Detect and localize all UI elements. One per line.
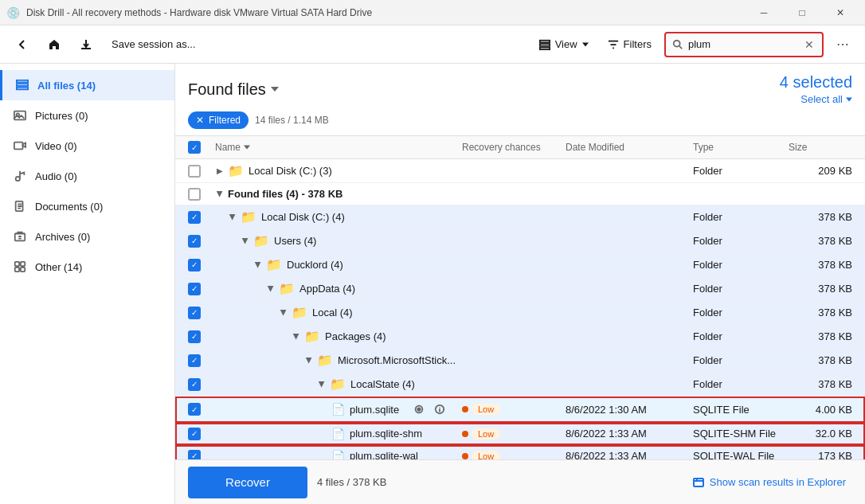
svg-point-10: [16, 177, 20, 181]
audio-icon: [13, 169, 27, 183]
table-row[interactable]: ✓ ▶ 📁 Ducklord (4) Folder 378 KB: [175, 253, 865, 277]
row-checkbox[interactable]: [188, 188, 201, 201]
expand-icon[interactable]: ▶: [254, 262, 263, 268]
row-checkbox[interactable]: ✓: [188, 330, 201, 343]
sidebar-item-video[interactable]: Video (0): [0, 131, 174, 161]
filters-icon: [608, 39, 619, 50]
select-all-row[interactable]: Select all: [800, 93, 852, 105]
row-checkbox-cell: [188, 165, 212, 178]
table-row[interactable]: ✓ ▶ 📁 Microsoft.MicrosoftStick... Folder…: [175, 349, 865, 373]
row-type: Folder: [693, 165, 789, 177]
expand-icon[interactable]: ▶: [216, 191, 225, 197]
expand-icon[interactable]: ▶: [280, 310, 288, 316]
download-button[interactable]: [73, 32, 99, 57]
table-row-plum-sqlite-shm[interactable]: ✓ 📄 plum.sqlite-shm Low 8/6/2022 1:33 AM…: [175, 423, 865, 445]
filters-label: Filters: [624, 38, 652, 50]
row-name: Local Disk (C:) (4): [261, 211, 345, 223]
row-checkbox[interactable]: ✓: [188, 235, 201, 248]
back-button[interactable]: [10, 32, 35, 57]
table-row[interactable]: ▶ 📁 Local Disk (C:) (3) Folder 209 KB: [175, 159, 865, 183]
recovery-badge: Low: [472, 451, 500, 460]
row-checkbox[interactable]: [188, 165, 201, 178]
table-row[interactable]: ✓ ▶ 📁 LocalState (4) Folder 378 KB: [175, 373, 865, 397]
home-icon: [48, 38, 61, 51]
expand-icon[interactable]: ▶: [241, 238, 250, 244]
row-name: plum.sqlite: [350, 404, 399, 416]
row-checkbox[interactable]: ✓: [188, 283, 201, 295]
filter-chip[interactable]: ✕ Filtered: [188, 111, 249, 129]
row-size: 173 KB: [789, 450, 852, 459]
row-checkbox[interactable]: ✓: [188, 307, 201, 319]
more-options-button[interactable]: ⋯: [830, 32, 855, 57]
info-button[interactable]: [431, 400, 448, 418]
row-checkbox[interactable]: ✓: [188, 259, 201, 272]
row-type: Folder: [693, 330, 789, 342]
row-checkbox-cell: ✓: [188, 259, 212, 272]
header-checkbox[interactable]: ✓: [188, 141, 201, 154]
row-checkbox[interactable]: ✓: [188, 354, 201, 367]
sidebar-item-archives[interactable]: Archives (0): [0, 221, 174, 252]
toolbar: Save session as... View Filters ✕ ⋯: [0, 25, 865, 64]
table-row[interactable]: ✓ ▶ 📁 Users (4) Folder 378 KB: [175, 229, 865, 253]
sidebar-item-audio[interactable]: Audio (0): [0, 161, 174, 191]
file-icon: 📄: [331, 428, 345, 440]
expand-icon[interactable]: ▶: [267, 286, 276, 292]
maximize-button[interactable]: □: [784, 0, 820, 25]
close-button[interactable]: ✕: [822, 0, 859, 25]
table-row[interactable]: ✓ ▶ 📁 Local Disk (C:) (4) Folder 378 KB: [175, 205, 865, 229]
select-all-chevron-icon: [846, 96, 852, 103]
row-checkbox[interactable]: ✓: [188, 450, 201, 460]
table-row-plum-sqlite[interactable]: ✓ 📄 plum.sqlite: [175, 397, 865, 423]
row-checkbox[interactable]: ✓: [188, 428, 201, 440]
row-size: 378 KB: [789, 211, 852, 223]
home-button[interactable]: [41, 32, 67, 57]
table-row-plum-sqlite-wal1[interactable]: ✓ 📄 plum.sqlite-wal Low 8/6/2022 1:33 AM…: [175, 445, 865, 459]
table-row[interactable]: ✓ ▶ 📁 Local (4) Folder 378 KB: [175, 301, 865, 325]
expand-icon[interactable]: ▶: [305, 357, 314, 364]
save-session-button[interactable]: Save session as...: [105, 32, 202, 57]
sidebar-item-all-files[interactable]: All files (14): [0, 70, 174, 100]
header-name-label: Name: [215, 142, 241, 153]
row-size: 378 KB: [789, 378, 852, 390]
svg-rect-4: [17, 80, 28, 83]
show-explorer-button[interactable]: Show scan results in Explorer: [686, 471, 852, 494]
preview-button[interactable]: [410, 400, 428, 418]
table-row[interactable]: ▶ Found files (4) - 378 KB: [175, 183, 865, 205]
row-name: plum.sqlite-shm: [350, 428, 422, 440]
expand-icon[interactable]: ▶: [229, 214, 237, 221]
row-type: Folder: [693, 378, 789, 390]
expand-icon[interactable]: ▶: [292, 334, 301, 340]
row-size: 378 KB: [789, 330, 852, 342]
file-icon: 📄: [331, 450, 345, 460]
row-name: Ducklord (4): [287, 259, 343, 271]
svg-rect-20: [694, 479, 703, 486]
expand-icon[interactable]: ▶: [318, 381, 327, 388]
sidebar-item-other[interactable]: Other (14): [0, 252, 174, 282]
found-files-title[interactable]: Found files: [188, 80, 279, 99]
row-checkbox[interactable]: ✓: [188, 378, 201, 391]
expand-icon[interactable]: ▶: [217, 166, 223, 175]
row-name: Microsoft.MicrosoftStick...: [338, 354, 456, 366]
table-row[interactable]: ✓ ▶ 📁 AppData (4) Folder 378 KB: [175, 277, 865, 301]
titlebar: 💿 Disk Drill - All recovery methods - Ha…: [0, 0, 865, 25]
filters-button[interactable]: Filters: [601, 32, 658, 57]
svg-rect-2: [540, 47, 550, 49]
row-name: plum.sqlite-wal: [350, 450, 418, 459]
header-name: Name: [212, 142, 462, 153]
table-row[interactable]: ✓ ▶ 📁 Packages (4) Folder 378 KB: [175, 325, 865, 349]
recover-button[interactable]: Recover: [188, 467, 307, 498]
folder-icon: 📁: [266, 257, 282, 272]
sidebar-item-documents[interactable]: Documents (0): [0, 191, 174, 221]
minimize-button[interactable]: ─: [746, 0, 782, 25]
sidebar-item-pictures[interactable]: Pictures (0): [0, 100, 174, 131]
search-input[interactable]: [688, 38, 800, 50]
row-checkbox[interactable]: ✓: [188, 211, 201, 224]
view-button[interactable]: View: [533, 32, 595, 57]
search-clear-button[interactable]: ✕: [804, 38, 814, 51]
row-checkbox[interactable]: ✓: [188, 403, 201, 416]
more-icon: ⋯: [836, 37, 849, 52]
filter-bar: ✕ Filtered 14 files / 1.14 MB: [175, 105, 865, 135]
search-icon: [672, 39, 683, 50]
explorer-icon: [692, 476, 705, 489]
filter-chip-label: Filtered: [209, 115, 241, 126]
